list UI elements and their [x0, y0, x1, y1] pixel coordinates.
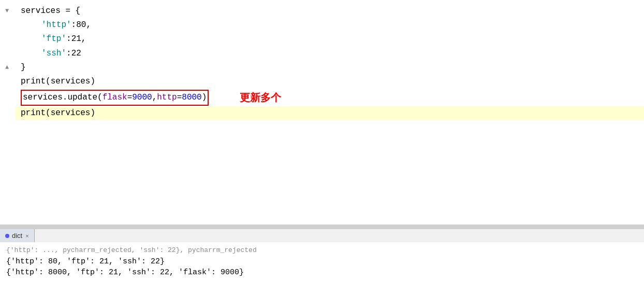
code-text: =: [177, 91, 182, 105]
code-text: = {: [61, 4, 80, 18]
tab-close-button[interactable]: ×: [25, 233, 28, 239]
fold-icon-5[interactable]: ▲: [5, 62, 9, 73]
code-text: ,: [86, 18, 91, 32]
code-text: services: [21, 4, 61, 18]
code-text: (: [46, 106, 51, 120]
code-text: 8000: [182, 91, 201, 105]
code-text: services.update(: [23, 91, 103, 105]
code-text: print: [21, 75, 46, 89]
code-line-5: ▲ }: [16, 61, 644, 75]
code-text: 'ftp': [41, 32, 66, 46]
code-text: 9000: [132, 91, 152, 105]
code-line-4: 'ssh':22: [16, 47, 644, 61]
tab-dict[interactable]: dict ×: [0, 229, 35, 243]
output-line-1: {'http': 80, 'ftp': 21, 'ssh': 22}: [6, 256, 638, 267]
code-line-6: print(services): [16, 75, 644, 89]
code-text: (: [46, 75, 51, 89]
code-text: }: [21, 61, 26, 75]
code-line-3: 'ftp':21,: [16, 32, 644, 46]
highlighted-code: services.update(flask=9000,http=8000): [21, 90, 209, 106]
code-text: 'http': [41, 18, 71, 32]
panel-divider: [0, 224, 644, 229]
code-line-1: ▼ services = {: [16, 4, 644, 18]
output-area: {'http': ..., pycharrm_rejected, 'ssh': …: [0, 242, 644, 281]
code-text: ): [90, 75, 95, 89]
code-text: :: [66, 32, 71, 46]
code-line-7: services.update(flask=9000,http=8000) 更新…: [16, 89, 644, 106]
code-text: flask: [103, 91, 127, 105]
code-text: ,: [81, 32, 86, 46]
code-text: 21: [71, 32, 81, 46]
code-text: services: [51, 75, 91, 89]
code-lines: ▼ services = { 'http':80, 'ftp':21, 'ssh…: [0, 4, 644, 120]
annotation-text: 更新多个: [240, 89, 281, 106]
code-text: 'ssh': [41, 47, 66, 61]
code-text: 80: [76, 18, 86, 32]
code-text: 22: [71, 47, 81, 61]
code-text: :: [71, 18, 77, 32]
code-text: :: [66, 47, 71, 61]
code-text: ): [90, 106, 95, 120]
code-text: =: [127, 91, 133, 105]
code-text: services: [51, 106, 91, 120]
code-text: http: [157, 91, 177, 105]
code-text: ): [202, 91, 207, 105]
code-text: print: [21, 106, 46, 120]
code-line-2: 'http':80,: [16, 18, 644, 32]
tab-label: dict: [12, 232, 22, 240]
code-line-8: print(services): [16, 106, 644, 120]
output-line-0: {'http': ..., pycharrm_rejected, 'ssh': …: [6, 245, 638, 255]
code-text: ,: [152, 91, 157, 105]
main-container: ▼ services = { 'http':80, 'ftp':21, 'ssh…: [0, 0, 644, 281]
code-editor: ▼ services = { 'http':80, 'ftp':21, 'ssh…: [0, 0, 644, 222]
tab-dot: [5, 234, 9, 238]
output-line-2: {'http': 8000, 'ftp': 21, 'ssh': 22, 'fl…: [6, 267, 638, 278]
fold-icon-1[interactable]: ▼: [5, 6, 9, 16]
tab-bar: dict ×: [0, 229, 644, 242]
